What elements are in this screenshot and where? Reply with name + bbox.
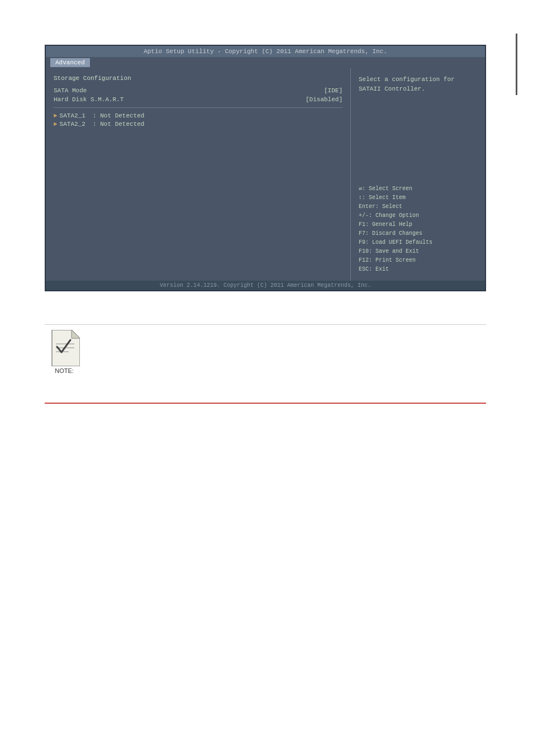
sata22-separator: : [85, 121, 100, 127]
setting-row-sata-mode: SATA Mode [IDE] [54, 87, 342, 94]
key-f1: F1: General Help [359, 220, 477, 229]
bios-footer: Version 2.14.1219. Copyright (C) 2011 Am… [46, 281, 485, 290]
smart-value: [Disabled] [306, 96, 342, 103]
bios-right-panel: Select a configuration forSATAII Control… [351, 68, 485, 281]
key-enter: Enter: Select [359, 202, 477, 211]
key-select-screen: ⇄: Select Screen [359, 185, 477, 193]
bios-tabbar: Advanced [46, 57, 485, 68]
setting-row-smart: Hard Disk S.M.A.R.T [Disabled] [54, 96, 342, 103]
tab-advanced-label: Advanced [55, 59, 85, 66]
device-row-sata21[interactable]: ► SATA2_1 : Not Detected [54, 112, 342, 119]
bios-title-text: Aptio Setup Utility - Copyright (C) 2011… [144, 48, 387, 55]
sata21-status: Not Detected [100, 112, 144, 119]
arrow-icon-sata21: ► [54, 112, 58, 119]
smart-label: Hard Disk S.M.A.R.T [54, 96, 123, 103]
sata21-label: SATA2_1 [60, 112, 85, 119]
key-f12: F12: Print Screen [359, 256, 477, 265]
bios-screenshot: Aptio Setup Utility - Copyright (C) 2011… [45, 45, 486, 291]
bios-footer-text: Version 2.14.1219. Copyright (C) 2011 Am… [160, 282, 371, 289]
bios-main-content: Storage Configuration SATA Mode [IDE] Ha… [46, 68, 485, 281]
key-esc: ESC: Exit [359, 265, 477, 274]
note-checkmark-icon [49, 330, 80, 366]
sata-mode-label: SATA Mode [54, 87, 87, 94]
help-text: Select a configuration forSATAII Control… [359, 75, 477, 93]
svg-marker-1 [72, 330, 80, 338]
bios-titlebar: Aptio Setup Utility - Copyright (C) 2011… [46, 46, 485, 57]
key-f9: F9: Load UEFI Defaults [359, 238, 477, 247]
sata22-status: Not Detected [100, 121, 144, 127]
sata-mode-value: [IDE] [324, 87, 342, 94]
sata22-label: SATA2_2 [60, 121, 85, 127]
divider [54, 107, 342, 108]
tab-advanced[interactable]: Advanced [50, 58, 90, 67]
key-f10: F10: Save and Exit [359, 247, 477, 256]
section-title-text: Storage Configuration [54, 75, 131, 82]
note-section: NOTE: [45, 330, 486, 375]
keybindings: ⇄: Select Screen ↕: Select Item Enter: S… [359, 185, 477, 274]
arrow-icon-sata22: ► [54, 121, 58, 127]
note-label: NOTE: [55, 367, 74, 374]
right-border-decoration [516, 34, 517, 95]
key-change-option: +/-: Change Option [359, 211, 477, 220]
device-row-sata22[interactable]: ► SATA2_2 : Not Detected [54, 121, 342, 127]
separator-top [45, 324, 486, 325]
bios-left-panel: Storage Configuration SATA Mode [IDE] Ha… [46, 68, 351, 281]
key-f7: F7: Discard Changes [359, 229, 477, 238]
key-select-item: ↕: Select Item [359, 193, 477, 202]
note-icon-container: NOTE: [45, 330, 84, 375]
section-title: Storage Configuration [54, 75, 342, 82]
separator-bottom [45, 403, 486, 404]
sata21-separator: : [85, 112, 100, 119]
